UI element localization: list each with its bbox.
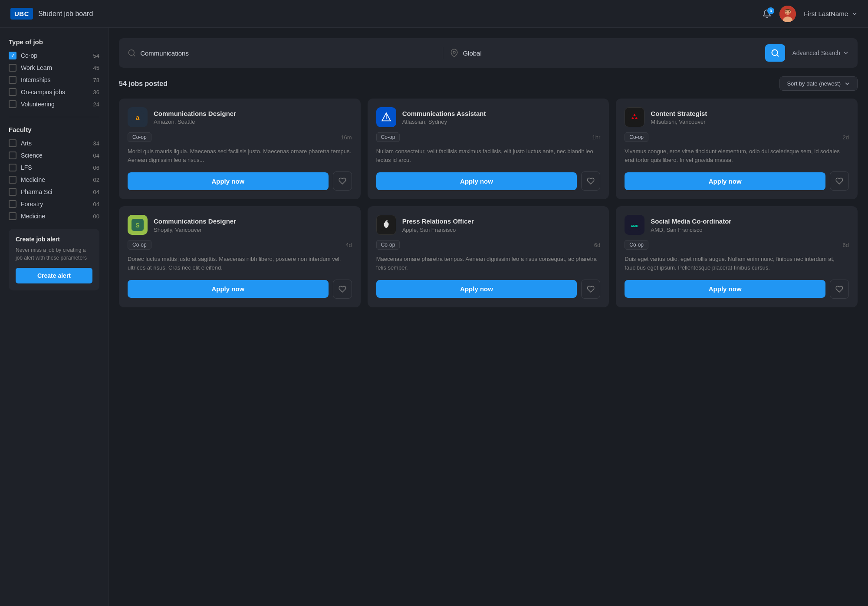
svg-text:AMD: AMD	[631, 224, 639, 228]
avatar	[779, 6, 796, 22]
job-description: Duis eget varius odio, eget mollis augue…	[625, 255, 849, 272]
job-type-filter-item[interactable]: Volunteering 24	[9, 100, 99, 108]
faculty-filter-item[interactable]: Medicine 00	[9, 212, 99, 220]
favorite-button[interactable]	[333, 171, 352, 191]
job-title: Content Strategist	[651, 109, 707, 118]
svg-point-7	[453, 51, 455, 53]
job-type-checkbox[interactable]	[9, 76, 16, 84]
job-type-filter-item[interactable]: Work Learn 45	[9, 64, 99, 72]
chevron-down-icon	[852, 11, 858, 17]
favorite-button[interactable]	[333, 280, 352, 299]
create-alert-button[interactable]: Create alert	[16, 268, 92, 283]
advanced-search-button[interactable]: Advanced Search	[792, 49, 849, 56]
header-left: UBC Student job board	[10, 8, 93, 20]
apply-button[interactable]: Apply now	[625, 280, 825, 298]
job-title-area: Communications Designer Amazon, Seattle	[154, 109, 236, 125]
heart-icon	[835, 177, 843, 185]
faculty-filter-item[interactable]: Medicine 02	[9, 176, 99, 184]
job-type-count: 24	[93, 101, 99, 108]
header: UBC Student job board 3 First LastName	[0, 0, 868, 28]
favorite-button[interactable]	[581, 280, 600, 299]
job-type-filter-title: Type of job	[9, 38, 99, 46]
job-description: Morbi quis mauris ligula. Maecenas sed f…	[128, 147, 352, 165]
svg-line-6	[133, 55, 135, 56]
job-time: 2d	[843, 134, 849, 141]
job-type-checkbox[interactable]	[9, 52, 16, 59]
header-title: Student job board	[38, 10, 93, 18]
faculty-count: 00	[93, 213, 99, 220]
job-type-filter-item[interactable]: Internships 78	[9, 76, 99, 84]
job-title-area: Communications Designer Shopify, Vancouv…	[154, 217, 236, 233]
faculty-checkbox[interactable]	[9, 139, 16, 147]
job-type-checkbox[interactable]	[9, 88, 16, 96]
user-name-button[interactable]: First LastName	[804, 10, 858, 17]
faculty-count: 02	[93, 177, 99, 183]
job-type-filter-item[interactable]: On-campus jobs 36	[9, 88, 99, 96]
search-divider	[443, 47, 443, 59]
faculty-filter-item[interactable]: LFS 06	[9, 164, 99, 171]
faculty-count: 04	[93, 189, 99, 195]
results-count: 54 jobs posted	[119, 80, 168, 88]
faculty-checkbox[interactable]	[9, 164, 16, 171]
faculty-count: 34	[93, 140, 99, 147]
job-type-count: 54	[93, 53, 99, 59]
company-logo	[376, 107, 396, 127]
location-input[interactable]	[463, 49, 758, 57]
job-card-header: AMD Social Media Co-ordinator AMD, San F…	[625, 215, 849, 235]
jobs-grid: a Communications Designer Amazon, Seattl…	[119, 99, 858, 307]
sort-chevron-icon	[844, 81, 850, 87]
job-title-area: Social Media Co-ordinator AMD, San Franc…	[651, 217, 731, 233]
job-card-header: a Communications Designer Amazon, Seattl…	[128, 107, 352, 127]
faculty-checkbox[interactable]	[9, 188, 16, 196]
location-icon	[450, 49, 458, 57]
faculty-label: Medicine	[21, 176, 45, 183]
search-button[interactable]	[765, 44, 785, 62]
faculty-checkbox[interactable]	[9, 176, 16, 184]
job-time: 4d	[345, 242, 352, 248]
faculty-filter-item[interactable]: Forestry 04	[9, 200, 99, 208]
main-content: Advanced Search 54 jobs posted Sort by d…	[108, 28, 868, 606]
job-meta: Co-op 6d	[376, 240, 601, 250]
job-company: AMD, San Francisco	[651, 227, 731, 233]
job-time: 6d	[594, 242, 600, 248]
job-title-area: Content Strategist Mitsubishi, Vancouver	[651, 109, 707, 125]
faculty-filter-item[interactable]: Science 04	[9, 152, 99, 159]
faculty-label: Science	[21, 152, 43, 159]
job-card-header: S Communications Designer Shopify, Vanco…	[128, 215, 352, 235]
location-field	[450, 49, 758, 57]
heart-icon	[339, 285, 346, 293]
notification-button[interactable]: 3	[762, 9, 772, 19]
apply-button[interactable]: Apply now	[376, 172, 577, 190]
job-description: Maecenas ornare pharetra tempus. Aenean …	[376, 255, 601, 272]
sort-button[interactable]: Sort by date (newest)	[779, 76, 858, 91]
faculty-checkbox[interactable]	[9, 212, 16, 220]
job-type-label: Volunteering	[21, 101, 55, 108]
favorite-button[interactable]	[581, 171, 600, 191]
faculty-label: Medicine	[21, 213, 45, 220]
faculty-filter-title: Faculty	[9, 126, 99, 133]
faculty-filter-item[interactable]: Arts 34	[9, 139, 99, 147]
job-type-checkbox[interactable]	[9, 100, 16, 108]
avatar-image	[779, 6, 796, 22]
apply-button[interactable]: Apply now	[625, 172, 825, 190]
job-type-badge: Co-op	[128, 240, 151, 250]
apply-button[interactable]: Apply now	[376, 280, 577, 298]
job-type-badge: Co-op	[625, 132, 648, 142]
apply-button[interactable]: Apply now	[128, 280, 329, 298]
faculty-count: 04	[93, 201, 99, 207]
job-time: 6d	[843, 242, 849, 248]
faculty-checkbox[interactable]	[9, 200, 16, 208]
faculty-checkbox[interactable]	[9, 152, 16, 159]
faculty-filter-item[interactable]: Pharma Sci 04	[9, 188, 99, 196]
job-type-filter-item[interactable]: Co-op 54	[9, 52, 99, 59]
job-type-checkbox[interactable]	[9, 64, 16, 72]
ubc-logo: UBC	[10, 8, 33, 20]
search-input[interactable]	[140, 49, 436, 57]
apply-button[interactable]: Apply now	[128, 172, 329, 190]
sidebar-divider	[9, 117, 99, 117]
favorite-button[interactable]	[830, 171, 849, 191]
faculty-count: 06	[93, 165, 99, 171]
sidebar: Type of job Co-op 54 Work Learn 45 Inter…	[0, 28, 108, 606]
favorite-button[interactable]	[830, 280, 849, 299]
results-header: 54 jobs posted Sort by date (newest)	[119, 76, 858, 91]
